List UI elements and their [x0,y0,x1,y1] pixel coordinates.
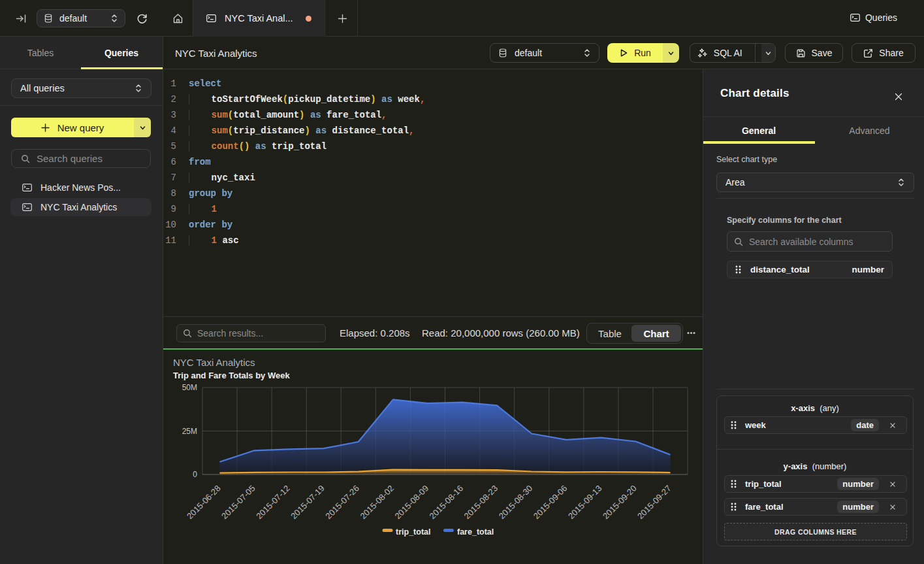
svg-text:25M: 25M [182,427,197,436]
svg-text:2015-07-12: 2015-07-12 [254,484,292,522]
svg-text:trip_total: trip_total [396,527,430,537]
svg-text:2015-09-27: 2015-09-27 [635,484,673,522]
svg-text:2015-08-30: 2015-08-30 [497,484,535,522]
svg-text:2015-09-13: 2015-09-13 [566,484,604,522]
svg-text:2015-08-09: 2015-08-09 [392,484,430,522]
svg-text:2015-08-02: 2015-08-02 [358,484,396,522]
svg-text:fare_total: fare_total [457,527,494,537]
svg-text:2015-07-26: 2015-07-26 [323,484,361,522]
svg-text:2015-07-19: 2015-07-19 [289,484,327,522]
svg-text:2015-06-28: 2015-06-28 [185,484,223,522]
svg-text:50M: 50M [182,383,197,392]
svg-text:2015-09-20: 2015-09-20 [601,484,639,522]
svg-text:2015-08-23: 2015-08-23 [462,484,500,522]
svg-text:2015-09-06: 2015-09-06 [532,484,569,522]
svg-text:2015-07-05: 2015-07-05 [219,484,257,522]
svg-text:2015-08-16: 2015-08-16 [428,484,466,522]
svg-text:0: 0 [193,470,197,479]
